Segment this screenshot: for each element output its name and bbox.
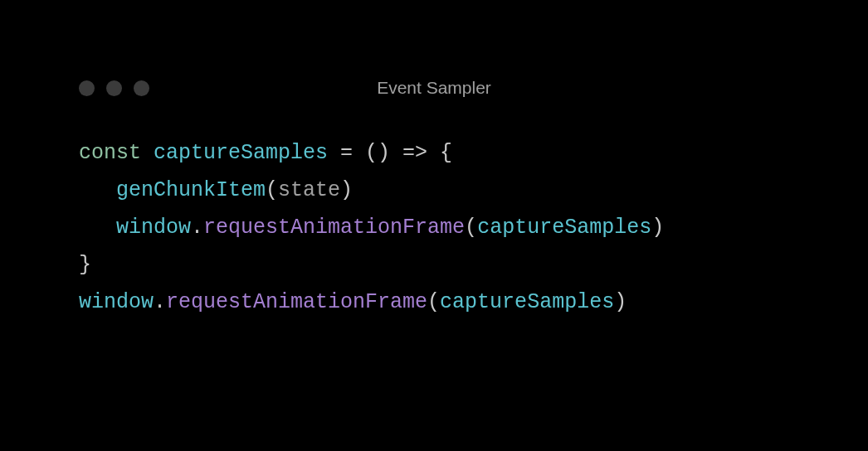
titlebar: Event Sampler xyxy=(79,75,789,101)
traffic-lights xyxy=(79,80,149,96)
method-raf: requestAnimationFrame xyxy=(166,290,427,314)
code-block: const captureSamples = () => { genChunkI… xyxy=(79,134,789,321)
indent xyxy=(79,216,116,240)
op-eq: = xyxy=(328,141,365,165)
maximize-icon[interactable] xyxy=(134,80,149,96)
ref-captureSamples: captureSamples xyxy=(477,216,651,240)
rparen: ) xyxy=(340,178,353,202)
arg-state: state xyxy=(278,178,340,202)
dot: . xyxy=(154,290,166,314)
rparen: ) xyxy=(651,216,664,240)
close-icon[interactable] xyxy=(79,80,95,96)
arrow-head: () => { xyxy=(365,141,452,165)
close-brace: } xyxy=(79,253,91,277)
window-title: Event Sampler xyxy=(377,78,491,98)
indent xyxy=(79,178,116,202)
minimize-icon[interactable] xyxy=(106,80,122,96)
code-window: Event Sampler const captureSamples = () … xyxy=(79,75,789,321)
lparen: ( xyxy=(427,290,440,314)
obj-window: window xyxy=(79,290,154,314)
obj-window: window xyxy=(116,216,191,240)
lparen: ( xyxy=(465,216,477,240)
method-raf: requestAnimationFrame xyxy=(203,216,465,240)
rparen: ) xyxy=(614,290,627,314)
lparen: ( xyxy=(266,178,278,202)
call-genChunkItem: genChunkItem xyxy=(116,178,266,202)
function-name: captureSamples xyxy=(154,141,328,165)
ref-captureSamples: captureSamples xyxy=(440,290,614,314)
dot: . xyxy=(191,216,203,240)
keyword-const: const xyxy=(79,141,141,165)
